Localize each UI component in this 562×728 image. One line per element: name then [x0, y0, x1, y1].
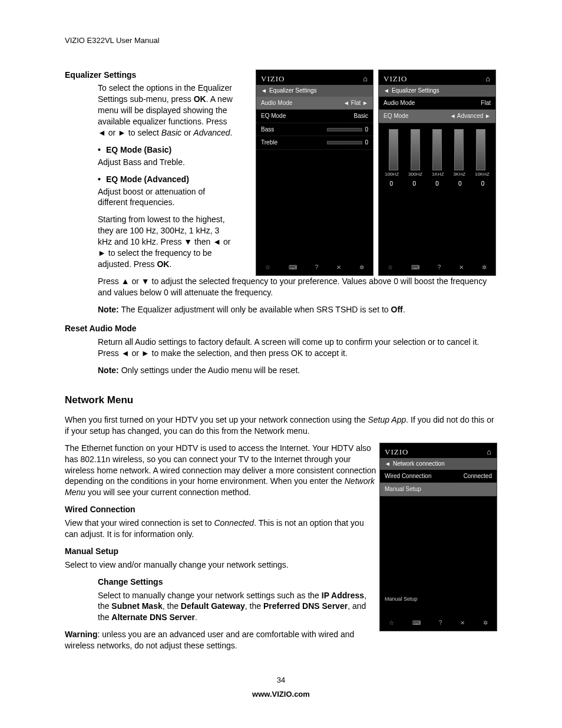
keyboard-icon: ⌨ [289, 263, 297, 272]
help-icon: ? [439, 619, 442, 627]
home-icon: ⌂ [487, 447, 492, 457]
back-icon: ◄ [385, 460, 391, 468]
screenshot-group-equalizer: VIZIO⌂ ◄Equalizer Settings Audio Mode◄ F… [256, 70, 497, 276]
site-url: www.VIZIO.com [65, 689, 497, 700]
note-label: Note: [98, 305, 119, 314]
connected-label: Connected [214, 518, 254, 528]
star-icon: ☆ [265, 263, 270, 272]
setup-app-label: Setup App [368, 415, 406, 424]
eq-bar [454, 129, 464, 170]
row-value: Connected [464, 472, 492, 480]
back-icon: ◄ [384, 87, 389, 95]
home-icon: ⌂ [485, 74, 491, 84]
row-value: Advanced [457, 113, 483, 119]
row-label: Wired Connection [385, 472, 431, 480]
text: . [169, 259, 171, 269]
eq-wrap-text: Press ▲ or ▼ to adjust the selected freq… [65, 276, 497, 298]
text: or [181, 128, 193, 137]
home-icon: ⌂ [363, 74, 368, 84]
change-text: Select to manually change your network s… [65, 590, 377, 624]
eq-bar [476, 129, 485, 170]
eq-bar [411, 129, 420, 170]
eq-bar [389, 129, 398, 170]
left-caret-icon: ◄ [450, 113, 456, 119]
back-icon: ◄ [261, 87, 267, 95]
close-icon: ✕ [460, 619, 465, 627]
change-settings-heading: Change Settings [65, 577, 377, 588]
star-icon: ☆ [388, 263, 393, 272]
row-label: Treble [261, 139, 277, 147]
submenu-title: Network connection [393, 460, 445, 468]
network-p2: The Ethernet function on your HDTV is us… [65, 443, 377, 498]
submenu-title: Equalizer Settings [392, 87, 439, 95]
row-value: 0 [365, 126, 368, 133]
eq-bar [432, 129, 442, 170]
row-value: 0 [365, 139, 368, 146]
text: . [230, 128, 233, 137]
eq-mode-advanced-text1: Adjust boost or attenuation of different… [65, 186, 236, 209]
vizio-logo: VIZIO [385, 447, 408, 457]
row-label: Bass [261, 126, 274, 134]
preferred-dns-label: Preferred DNS Server [263, 601, 348, 611]
freq-label: 10KHZ [475, 172, 490, 178]
vizio-logo: VIZIO [384, 74, 407, 84]
equalizer-intro: To select the options in the Equalizer S… [65, 83, 236, 138]
screenshot-eq-basic: VIZIO⌂ ◄Equalizer Settings Audio Mode◄ F… [256, 70, 373, 276]
reset-audio-heading: Reset Audio Mode [65, 323, 497, 334]
note-label: Note: [98, 365, 119, 375]
network-menu-heading: Network Menu [65, 394, 497, 407]
network-p1: When you first turned on your HDTV you s… [65, 414, 497, 437]
text: Select to manually change your network s… [98, 591, 322, 600]
eq-note: Note: The Equalizer adjustment will only… [65, 304, 497, 315]
left-caret-icon: ◄ [343, 100, 349, 106]
freq-label: 1KHZ [432, 172, 444, 178]
text: Only settings under the Audio menu will … [119, 365, 300, 375]
screenshot-eq-advanced: VIZIO⌂ ◄Equalizer Settings Audio ModeFla… [378, 70, 496, 276]
alternate-dns-label: Alternate DNS Server [111, 612, 195, 622]
freq-label: 300HZ [408, 172, 422, 178]
text: The Equalizer adjustment will only be av… [119, 305, 391, 314]
vizio-logo: VIZIO [261, 74, 285, 84]
eq-mode-basic-text: Adjust Bass and Treble. [65, 157, 236, 168]
off-label: Off [391, 305, 403, 314]
row-value: Basic [354, 112, 368, 120]
text: The Ethernet function on your HDTV is us… [65, 443, 376, 486]
advanced-label: Advanced [193, 128, 230, 137]
text: , the [163, 601, 181, 611]
ok-label: OK [157, 259, 169, 269]
gear-icon: ✲ [359, 263, 364, 272]
freq-value: 0 [435, 180, 439, 188]
doc-header: VIZIO E322VL User Manual [65, 35, 497, 46]
eq-bar-group [379, 123, 495, 170]
text: , the [245, 601, 263, 611]
eq-mode-advanced-heading: EQ Mode (Advanced) [65, 174, 236, 185]
gear-icon: ✲ [482, 263, 487, 272]
reset-text: Return all Audio settings to factory def… [65, 337, 497, 359]
ip-address-label: IP Address [322, 591, 364, 600]
keyboard-icon: ⌨ [412, 619, 421, 627]
ok-label: OK [194, 94, 206, 104]
default-gateway-label: Default Gateway [181, 601, 245, 611]
right-caret-icon: ► [362, 100, 368, 106]
wired-connection-heading: Wired Connection [65, 504, 377, 515]
row-label: EQ Mode [261, 112, 286, 120]
freq-value: 0 [412, 180, 416, 188]
text: When you first turned on your HDTV you s… [65, 415, 368, 424]
wired-text: View that your wired connection is set t… [65, 518, 377, 540]
equalizer-settings-heading: Equalizer Settings [65, 70, 236, 81]
close-icon: ✕ [336, 263, 341, 272]
row-label: EQ Mode [384, 112, 408, 120]
basic-label: Basic [161, 128, 181, 137]
manual-setup-heading: Manual Setup [65, 546, 377, 557]
keyboard-icon: ⌨ [411, 263, 419, 272]
freq-value: 0 [481, 180, 485, 188]
text: . [403, 305, 405, 314]
reset-note: Note: Only settings under the Audio menu… [65, 365, 497, 376]
text: . [195, 612, 197, 622]
warning-label: Warning [65, 630, 97, 639]
row-label: Audio Mode [261, 99, 292, 107]
row-value: Flat [481, 99, 491, 107]
text: you will see your current connection met… [85, 487, 251, 497]
freq-label: 3KHZ [454, 172, 465, 178]
freq-value: 0 [390, 180, 394, 188]
